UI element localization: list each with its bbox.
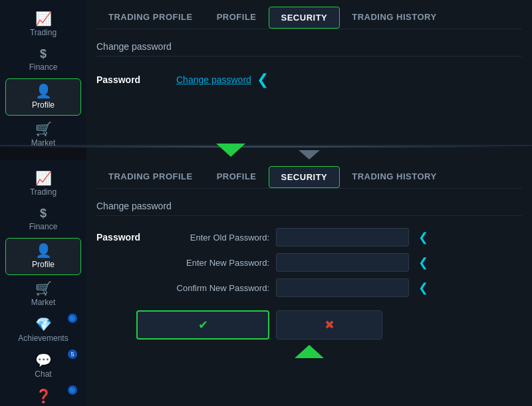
confirm-password-row: Confirm New Password: ❮ — [163, 278, 428, 297]
sidebar-item-finance-b[interactable]: $ Finance — [0, 202, 86, 237]
tab-security-b[interactable]: SECURITY — [269, 166, 340, 188]
old-password-row: Enter Old Password: ❮ — [163, 228, 428, 247]
bottom-up-arrow — [295, 345, 324, 358]
tab-profile-b[interactable]: PROFILE — [205, 166, 269, 188]
sidebar-top: 📈 Trading $ Finance 👤 Profile 🛒 Market — [0, 0, 86, 145]
achievements-badge: 🔵 — [68, 314, 77, 323]
chat-badge: 5 — [68, 350, 77, 359]
new-password-label: Enter New Password: — [163, 258, 269, 268]
new-password-row: Enter New Password: ❮ — [163, 253, 428, 272]
sidebar-item-profile-b[interactable]: 👤 Profile — [5, 238, 81, 275]
new-password-input[interactable] — [276, 253, 409, 272]
sidebar-item-achievements-b[interactable]: 💎 Achievements 🔵 — [0, 312, 86, 348]
password-label-top: Password — [96, 74, 163, 85]
button-row: ✔ ✖ — [96, 310, 522, 340]
password-section-bottom: Password Enter Old Password: ❮ Enter New… — [96, 224, 522, 301]
sidebar-item-trading-b[interactable]: 📈 Trading — [0, 166, 86, 202]
chat-icon-b: 💬 — [35, 354, 52, 367]
sidebar-item-profile[interactable]: 👤 Profile — [5, 78, 81, 116]
tabs-top: TRADING PROFILE PROFILE SECURITY TRADING… — [96, 7, 522, 29]
sidebar-item-help-b[interactable]: ❓ Help 🔵 — [0, 384, 86, 406]
divider-up-arrow — [216, 144, 245, 157]
cancel-button[interactable]: ✖ — [276, 310, 382, 340]
profile-icon-b: 👤 — [35, 244, 52, 257]
password-label-bottom: Password — [96, 232, 163, 243]
trading-icon-b: 📈 — [35, 171, 52, 185]
sidebar-item-market[interactable]: 🛒 Market — [0, 117, 86, 153]
tab-trading-history-b[interactable]: TRADING HISTORY — [340, 166, 448, 188]
trading-icon: 📈 — [35, 12, 52, 25]
tab-trading-profile-top[interactable]: TRADING PROFILE — [96, 7, 205, 29]
achievements-icon-b: 💎 — [35, 318, 52, 331]
help-icon-b: ❓ — [35, 389, 52, 403]
profile-icon: 👤 — [35, 84, 52, 98]
finance-icon-b: $ — [40, 207, 47, 219]
cyan-arrow-right-top[interactable]: ❮ — [257, 71, 269, 88]
tab-profile-top[interactable]: PROFILE — [205, 7, 269, 29]
password-fields: Enter Old Password: ❮ Enter New Password… — [163, 228, 428, 297]
password-row-top: Password Change password ❮ — [96, 64, 522, 95]
divider-down-area — [86, 148, 532, 159]
sidebar-item-chat-b[interactable]: 💬 Chat 5 — [0, 348, 86, 384]
bottom-up-arrow-container — [96, 345, 522, 358]
bottom-half: 📈 Trading $ Finance 👤 Profile 🛒 Market 💎… — [0, 159, 532, 406]
main-content-top: TRADING PROFILE PROFILE SECURITY TRADING… — [86, 0, 532, 145]
new-password-arrow[interactable]: ❮ — [418, 255, 428, 270]
market-icon: 🛒 — [35, 122, 52, 136]
sidebar-item-profile-wrapper: 👤 Profile — [0, 77, 86, 117]
tab-trading-history-top[interactable]: TRADING HISTORY — [340, 7, 448, 29]
cross-icon: ✖ — [325, 318, 334, 332]
help-badge: 🔵 — [68, 385, 77, 395]
section-title-top: Change password — [96, 37, 522, 56]
tab-security-top[interactable]: SECURITY — [269, 7, 340, 29]
old-password-label: Enter Old Password: — [163, 233, 269, 243]
section-title-bottom: Change password — [96, 197, 522, 216]
sidebar-item-market-b[interactable]: 🛒 Market — [0, 276, 86, 312]
tabs-bottom: TRADING PROFILE PROFILE SECURITY TRADING… — [96, 166, 522, 189]
sidebar-item-trading[interactable]: 📈 Trading — [0, 7, 86, 43]
change-password-link[interactable]: Change password — [176, 74, 251, 85]
confirm-password-label: Confirm New Password: — [163, 283, 269, 293]
sidebar-bottom: 📈 Trading $ Finance 👤 Profile 🛒 Market 💎… — [0, 159, 86, 406]
finance-icon: $ — [40, 48, 47, 60]
tab-trading-profile-b[interactable]: TRADING PROFILE — [96, 166, 205, 188]
sidebar-item-finance[interactable]: $ Finance — [0, 43, 86, 77]
checkmark-icon: ✔ — [198, 318, 208, 332]
market-icon-b: 🛒 — [35, 282, 52, 295]
divider-down-arrow — [299, 150, 320, 159]
confirm-password-input[interactable] — [276, 278, 409, 297]
old-password-input[interactable] — [276, 228, 409, 247]
old-password-arrow[interactable]: ❮ — [418, 230, 428, 245]
main-content-bottom: TRADING PROFILE PROFILE SECURITY TRADING… — [86, 159, 532, 406]
confirm-button[interactable]: ✔ — [136, 310, 269, 340]
confirm-password-arrow[interactable]: ❮ — [418, 280, 428, 295]
